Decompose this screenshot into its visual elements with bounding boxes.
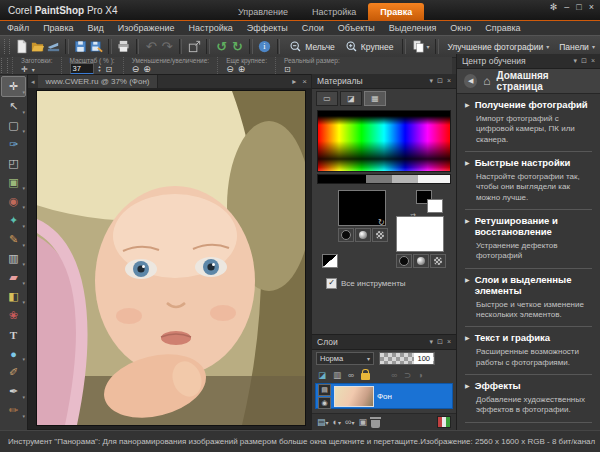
materials-tab-frame[interactable]: ▭ — [316, 91, 338, 106]
tool-paint-brush[interactable]: ✎▾ — [2, 230, 25, 249]
pin-icon[interactable]: ⊡ — [437, 338, 443, 346]
save-button[interactable] — [73, 38, 89, 56]
zoom-out-button[interactable]: Мельче — [284, 38, 340, 56]
tab-scroll-right-icon[interactable]: ▸ — [292, 77, 296, 86]
tab-scroll-left-icon[interactable]: ◂ — [28, 78, 38, 86]
copy-special-button[interactable]: ▾ — [410, 38, 431, 56]
settings-gear-icon[interactable]: ✻ — [550, 2, 558, 12]
lc-section-get-photos[interactable]: ▶Получение фотографий Импорт фотографий … — [465, 94, 592, 152]
zoom-in-button[interactable]: Крупнее — [340, 38, 399, 56]
menu-view[interactable]: Вид — [81, 23, 111, 33]
bg-color-button[interactable] — [396, 254, 412, 268]
menu-help[interactable]: Справка — [478, 23, 527, 33]
minimize-button[interactable]: – — [564, 2, 569, 12]
layer-row-background[interactable]: ▤ ◉ Фон — [315, 383, 453, 409]
maximize-button[interactable]: □ — [576, 2, 581, 12]
all-tools-checkbox[interactable]: ✓ — [326, 278, 337, 289]
menu-layers[interactable]: Слои — [295, 23, 331, 33]
photo-baby-image[interactable] — [37, 91, 305, 425]
lock-icon[interactable] — [361, 373, 370, 380]
pin-icon[interactable]: ⊡ — [581, 57, 587, 65]
menu-window[interactable]: Окно — [443, 23, 478, 33]
blend-mode-select[interactable]: Норма▾ — [316, 352, 374, 365]
tool-red-eye[interactable]: ◉▾ — [2, 192, 25, 211]
swap-colors-icon[interactable]: ↻ — [378, 218, 385, 227]
home-icon[interactable]: ⌂ — [483, 75, 490, 87]
rotate-right-button[interactable]: ↻ — [230, 38, 246, 56]
zoom-out-tool-button[interactable]: ⊖ — [132, 65, 140, 74]
menu-selections[interactable]: Выделения — [382, 23, 444, 33]
visibility-eye-icon[interactable]: ◉ — [318, 397, 331, 409]
panels-dropdown[interactable]: Панели▾ — [554, 38, 600, 56]
document-close-icon[interactable]: × — [302, 77, 307, 86]
opacity-slider[interactable]: 100 — [379, 352, 435, 365]
bg-pattern-button[interactable] — [430, 254, 446, 268]
chevron-down-icon[interactable]: ▾ — [574, 57, 578, 65]
new-adjustment-button[interactable]: ∞▾ — [345, 417, 354, 427]
new-file-button[interactable] — [14, 38, 30, 56]
scan-button[interactable] — [45, 38, 61, 56]
edit-selection-icon[interactable]: ◪ — [318, 370, 326, 380]
tool-pick[interactable]: ↖▾ — [2, 97, 25, 116]
grayscale-bar[interactable] — [317, 174, 451, 184]
lc-section-text-graphics[interactable]: ▶Текст и графика Расширенные возможности… — [465, 327, 592, 375]
background-color-swatch[interactable] — [396, 216, 444, 252]
save-as-button[interactable] — [89, 38, 105, 56]
undo-button[interactable]: ↶ — [143, 38, 159, 56]
tool-eraser[interactable]: ▰▾ — [2, 268, 25, 287]
workspace-tab-manage[interactable]: Управление — [226, 3, 300, 20]
scale-spinner[interactable]: ▲▼ — [98, 65, 102, 73]
lc-section-layers[interactable]: ▶Слои и выделенные элементы Быстрое и че… — [465, 269, 592, 328]
rotate-left-button[interactable]: ↺ — [214, 38, 230, 56]
open-file-button[interactable] — [30, 38, 46, 56]
hand-preset-icon[interactable]: ✛ — [21, 65, 28, 74]
tool-airbrush[interactable]: ✏▾ — [2, 401, 25, 420]
lc-section-retouch[interactable]: ▶Ретуширование и восстановление Устранен… — [465, 210, 592, 269]
merge-button[interactable]: ▣ — [358, 417, 367, 427]
fg-gradient-button[interactable] — [355, 228, 371, 242]
tool-pan[interactable]: ✛▾ — [1, 76, 26, 97]
menu-file[interactable]: Файл — [0, 23, 36, 33]
chevron-down-icon[interactable]: ▾ — [430, 77, 434, 85]
zoom-in-tool-button[interactable]: ⊕ — [143, 65, 151, 74]
tool-dropper[interactable]: ✑ — [2, 135, 25, 154]
materials-tab-swatches[interactable]: ▦ — [364, 91, 386, 106]
lc-section-quick-adjust[interactable]: ▶Быстрые настройки Настройте фотографии … — [465, 152, 592, 210]
background-mini-swatch[interactable] — [427, 199, 443, 213]
actual-size-button[interactable]: ⊡ — [284, 65, 291, 74]
tool-warp-brush[interactable]: ✐ — [2, 363, 25, 382]
tool-flood-fill[interactable]: ◧▾ — [2, 287, 25, 306]
new-mask-button[interactable]: ◐▾ — [333, 417, 341, 427]
link-icon[interactable]: ∞ — [348, 370, 354, 380]
info-button[interactable]: i — [257, 38, 273, 56]
workspace-tab-adjust[interactable]: Настройка — [300, 3, 368, 20]
tool-gradient[interactable]: ▥▾ — [2, 249, 25, 268]
chevron-down-icon[interactable]: ▾ — [32, 66, 35, 73]
reset-colors-swatch[interactable] — [322, 254, 338, 268]
zoom-plus-button[interactable]: ⊕ — [238, 65, 246, 74]
close-button[interactable]: × — [589, 2, 594, 12]
menu-adjust[interactable]: Настройка — [182, 23, 240, 33]
close-icon[interactable]: × — [447, 338, 451, 346]
document-tab[interactable]: www.CWER.ru @ 37% (Фон) — [38, 75, 159, 88]
redo-button[interactable]: ↷ — [159, 38, 175, 56]
toolbar-grip[interactable] — [4, 39, 10, 54]
menu-image[interactable]: Изображение — [111, 23, 182, 33]
canvas-area[interactable] — [28, 88, 312, 429]
tool-makeover[interactable]: ✦▾ — [2, 211, 25, 230]
materials-tab-rainbow[interactable]: ◪ — [340, 91, 362, 106]
toolbar-grip[interactable] — [1, 58, 8, 73]
tool-picture-tube[interactable]: ❀ — [2, 306, 25, 325]
zoom-minus-button[interactable]: ⊖ — [226, 65, 234, 74]
fg-pattern-button[interactable] — [372, 228, 388, 242]
delete-layer-trash-icon[interactable] — [371, 420, 380, 428]
tool-text[interactable]: T — [2, 325, 25, 344]
workspace-tab-edit[interactable]: Правка — [368, 3, 424, 20]
bg-gradient-button[interactable] — [413, 254, 429, 268]
menu-effects[interactable]: Эффекты — [240, 23, 295, 33]
layer-page-icon[interactable]: ▤ — [318, 384, 331, 396]
resize-button[interactable] — [186, 38, 202, 56]
fg-color-button[interactable] — [338, 228, 354, 242]
tool-straighten[interactable]: ▣▾ — [2, 173, 25, 192]
menu-edit[interactable]: Правка — [36, 23, 80, 33]
